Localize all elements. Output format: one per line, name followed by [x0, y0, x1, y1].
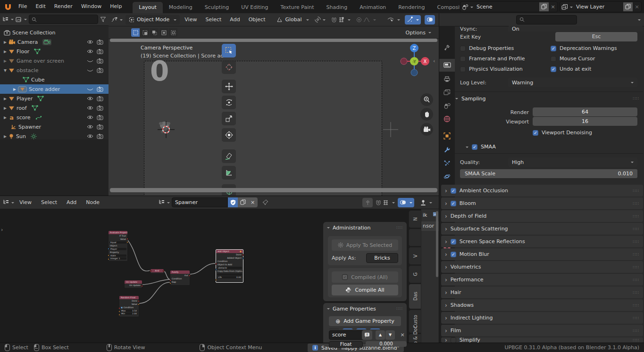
menu-file[interactable]: File	[14, 0, 31, 13]
tool-cursor[interactable]	[222, 60, 236, 74]
expand-icon[interactable]: ▸	[4, 48, 7, 55]
sidebar-tab-dashboard[interactable]: Das	[409, 284, 421, 309]
tab-physics-icon[interactable]	[443, 173, 451, 180]
outliner-row-cube[interactable]: Cube	[0, 75, 109, 84]
menu-select[interactable]: Select	[37, 196, 61, 209]
section-volumetrics[interactable]: ›Volumetrics∷∷	[441, 261, 643, 273]
render-samples-field[interactable]: 64	[533, 107, 637, 116]
copy-data-field[interactable]	[217, 273, 242, 276]
hide-eye-icon[interactable]	[87, 134, 93, 139]
filter-icon[interactable]	[100, 16, 106, 23]
outliner-row-spawner[interactable]: Spawner	[0, 122, 109, 131]
grip-icon[interactable]: ∷∷	[633, 316, 639, 320]
render-visibility-icon[interactable]	[97, 39, 103, 45]
section-film[interactable]: ›Film∷∷	[441, 325, 643, 336]
viewport-top-splitter[interactable]	[110, 39, 437, 42]
tab-particles-icon[interactable]	[443, 160, 451, 167]
expand-icon[interactable]: ▸	[4, 39, 7, 45]
render-visibility-icon[interactable]	[97, 96, 103, 101]
render-visibility-icon[interactable]	[97, 124, 103, 130]
grip-icon[interactable]: ∷∷	[633, 328, 639, 333]
menu-edit[interactable]: Edit	[31, 0, 50, 13]
hide-eye-icon[interactable]	[87, 96, 93, 101]
grip-icon[interactable]: ∷∷	[633, 214, 639, 219]
node-random-float[interactable]: Random Float Done Value ▣ Condition Max …	[119, 295, 139, 317]
scrollbar[interactable]	[436, 211, 438, 277]
sidebar-tab-1[interactable]	[409, 229, 421, 246]
expand-icon[interactable]: ▸	[4, 95, 7, 102]
value-field[interactable]: Integer 1	[109, 257, 126, 260]
expand-icon[interactable]: ▸	[4, 105, 7, 111]
tab-layout[interactable]: Layout	[133, 2, 162, 13]
pan-button[interactable]	[420, 108, 433, 121]
property-name-input[interactable]: score	[329, 330, 365, 340]
section-hair[interactable]: ›Hair∷∷	[441, 287, 643, 298]
pivot-dropdown[interactable]	[315, 16, 326, 23]
menu-add[interactable]: Add	[62, 196, 81, 209]
section-bloom[interactable]: ›✓Bloom∷∷	[441, 197, 643, 209]
expand-icon[interactable]: ▸	[13, 86, 16, 92]
render-visibility-icon[interactable]	[97, 115, 103, 120]
render-visibility-icon[interactable]	[97, 58, 103, 64]
move-property-up-button[interactable]: ▲	[376, 330, 385, 340]
remove-property-icon[interactable]: ×	[398, 330, 407, 340]
scene-copy-icon[interactable]	[539, 2, 549, 11]
tab-output-icon[interactable]	[443, 76, 451, 82]
sidebar-tab-0[interactable]: N	[409, 210, 421, 228]
grip-icon[interactable]: ∷∷	[633, 290, 639, 295]
smaa-scale-slider[interactable]: SMAA Scale 0.010	[460, 169, 637, 178]
condition-checkbox-row[interactable]: ▣ Condition	[119, 306, 139, 309]
hide-eye-icon[interactable]	[87, 124, 93, 129]
view-layer-copy-icon[interactable]	[623, 2, 633, 11]
menu-render[interactable]: Render	[50, 0, 77, 13]
menu-add[interactable]: Add	[226, 14, 243, 26]
check-viewport-denoising[interactable]: ✓Viewport Denoising	[533, 130, 592, 136]
render-visibility-icon[interactable]	[97, 133, 103, 139]
view-layer-icon[interactable]	[560, 4, 574, 10]
sidebar-tab-game[interactable]: G	[409, 265, 421, 283]
grip-icon[interactable]: ∷∷	[633, 188, 639, 193]
select-intersect-button[interactable]	[169, 28, 177, 37]
snap-toggle[interactable]	[376, 199, 395, 205]
render-visibility-icon[interactable]	[97, 86, 103, 92]
node-pulsify[interactable]: Pulsify Out Condition Gap	[170, 270, 190, 286]
unlink-node-tree-icon[interactable]: ×	[248, 197, 258, 207]
tab-animation[interactable]: Animation	[353, 2, 392, 13]
pin-icon[interactable]	[262, 199, 268, 205]
fake-user-shield-icon[interactable]	[228, 197, 238, 207]
hide-eye-closed-icon[interactable]	[87, 87, 93, 91]
select-extend-button[interactable]	[141, 28, 149, 37]
grip-icon[interactable]: ∷∷	[397, 225, 403, 230]
expand-icon[interactable]: ▸	[4, 133, 7, 139]
hide-eye-icon[interactable]	[87, 49, 93, 54]
check-physics-visualization[interactable]: Physics Visualization	[460, 66, 523, 72]
menu-select[interactable]: Select	[201, 14, 225, 26]
sun-data-icon[interactable]	[31, 133, 37, 139]
filter-dropdown-icon[interactable]	[638, 19, 641, 22]
tab-uv-editing[interactable]: UV Editing	[235, 2, 274, 13]
mesh-data-icon[interactable]	[34, 49, 41, 54]
node-tree-icon[interactable]	[157, 199, 172, 205]
outliner-row-player[interactable]: ▸ Player	[0, 94, 109, 103]
section-screen-space-reflections[interactable]: ›✓Screen Space Reflections∷∷	[441, 236, 643, 247]
view-layer-remove-icon[interactable]: ×	[633, 4, 641, 10]
region-collapse-arrow[interactable]: ‹	[433, 58, 435, 64]
section-shadows[interactable]: ›Shadows∷∷	[441, 299, 643, 311]
joystick-dropdown[interactable]	[420, 199, 432, 206]
grip-icon[interactable]: ∷∷	[633, 96, 639, 101]
section-simplify[interactable]: ›Simplify∷∷	[441, 337, 643, 343]
node-and[interactable]: And	[150, 269, 164, 274]
node-tree-name-input[interactable]: Spawner	[172, 197, 228, 207]
panel-title[interactable]: Game Properties	[333, 306, 394, 312]
render-visibility-icon[interactable]	[97, 105, 103, 111]
menu-object[interactable]: Object	[245, 14, 269, 26]
tool-measure[interactable]	[222, 166, 236, 180]
editor-type-icon[interactable]	[2, 16, 14, 23]
hide-eye-icon[interactable]	[87, 115, 93, 120]
smaa-quality-dropdown[interactable]: High	[508, 157, 637, 167]
select-new-button[interactable]	[131, 28, 140, 37]
expand-icon[interactable]: ▸	[4, 114, 7, 121]
viewport-samples-field[interactable]: 16	[533, 117, 637, 126]
zoom-button[interactable]	[420, 93, 433, 106]
compiled-all-toggle[interactable]: ✓ Compiled (All)	[332, 271, 398, 283]
